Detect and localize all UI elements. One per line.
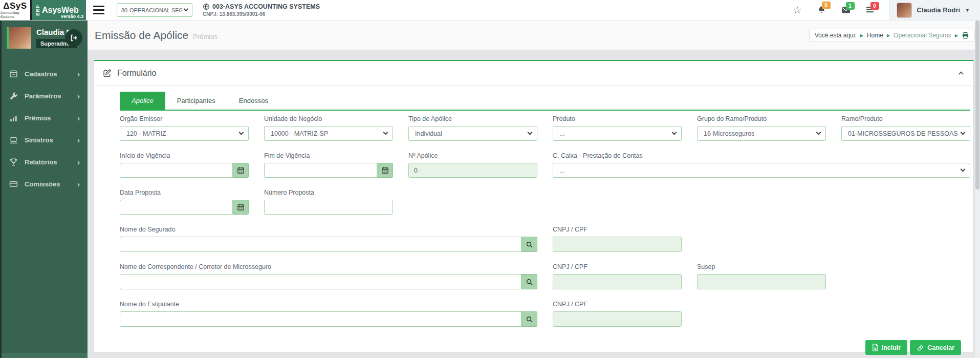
- num-apolice-input[interactable]: [408, 163, 537, 178]
- chevron-right-icon: ›: [77, 70, 80, 78]
- nome-segurado-search-button[interactable]: [521, 237, 537, 252]
- breadcrumb-arrow-icon: ▶: [955, 33, 958, 38]
- sidebar-user-photo: [7, 27, 31, 49]
- data-proposta-calendar-button[interactable]: [233, 200, 249, 215]
- cnpj-segurado-input[interactable]: [553, 237, 682, 252]
- nome-correspondente-input[interactable]: [120, 274, 521, 289]
- inicio-vigencia-input[interactable]: [120, 163, 233, 178]
- asys-logo: ΔSyS Accounting Systems: [0, 0, 32, 20]
- susep-input[interactable]: [697, 274, 826, 289]
- module-select[interactable]: 80-OPERACIONAL SEGUR: [117, 3, 192, 17]
- susep-label: Susep: [697, 263, 826, 270]
- form-panel-header: Formulário: [94, 61, 973, 86]
- cnpj-estipulante-input[interactable]: [553, 311, 682, 327]
- sidebar-item-comissoes[interactable]: Comissões ›: [2, 173, 88, 195]
- chevron-down-icon: [816, 130, 821, 135]
- orgao-emissor-value: 120 - MATRIZ: [126, 130, 166, 137]
- grupo-ramo-select[interactable]: 16-Microsseguros: [697, 126, 826, 141]
- search-icon: [526, 278, 533, 286]
- collapse-panel-button[interactable]: [957, 70, 965, 77]
- chevron-right-icon: ›: [77, 114, 80, 122]
- sidebar-item-parametros[interactable]: Parâmetros ›: [2, 85, 88, 107]
- form-panel-title: Formulário: [117, 69, 156, 78]
- calendar-icon: [381, 166, 389, 174]
- unidade-negocio-select[interactable]: 10000 - MATRIZ-SP: [264, 126, 393, 141]
- sidebar-item-relatorios[interactable]: Relatórios ›: [2, 151, 88, 173]
- search-icon: [526, 241, 533, 248]
- scrollbar-thumb[interactable]: [975, 20, 979, 189]
- grupo-ramo-label: Grupo do Ramo/Produto: [697, 115, 826, 122]
- asysweb-brand: ERP AsysWeb versão 4.3: [32, 0, 86, 20]
- nome-correspondente-label: Nome do Correspondente / Corretor de Mic…: [120, 263, 537, 270]
- sidebar-item-label: Comissões: [25, 180, 60, 188]
- form-panel: Formulário Apolice Participantes Endosso…: [94, 60, 974, 352]
- credit-card-icon: [9, 180, 18, 188]
- edit-icon: [103, 69, 112, 77]
- messages-button[interactable]: 1: [841, 6, 851, 14]
- produto-label: Produto: [553, 115, 682, 122]
- grupo-ramo-value: 16-Microsseguros: [704, 130, 754, 137]
- chevron-down-icon: [383, 130, 388, 135]
- erp-label: ERP: [35, 5, 40, 16]
- incluir-button-label: Incluir: [882, 344, 901, 351]
- nome-segurado-label: Nome do Segurado: [120, 226, 537, 233]
- logout-icon: [70, 34, 78, 42]
- breadcrumb-home-link[interactable]: Home: [867, 32, 883, 39]
- company-name: 003-ASYS ACCOUNTING SYSTEMS: [212, 3, 320, 10]
- sidebar-item-sinistros[interactable]: Sinistros ›: [2, 129, 88, 151]
- chevron-right-icon: ›: [77, 92, 80, 100]
- sidebar-item-cadastros[interactable]: Cadastros ›: [2, 63, 88, 85]
- sidebar-item-premios[interactable]: Prêmios ›: [2, 107, 88, 129]
- printer-icon[interactable]: [962, 32, 969, 39]
- sidebar-item-label: Parâmetros: [25, 92, 61, 100]
- tab-participantes[interactable]: Participantes: [165, 92, 227, 110]
- chevron-right-icon: ›: [77, 158, 80, 166]
- tab-endossos[interactable]: Endossos: [227, 92, 280, 110]
- nome-correspondente-search-button[interactable]: [521, 274, 537, 289]
- num-apolice-label: Nº Apólice: [408, 152, 537, 159]
- trophy-icon: [9, 158, 18, 166]
- numero-proposta-input[interactable]: [264, 200, 393, 215]
- incluir-button[interactable]: Incluir: [865, 340, 908, 355]
- cnpj-correspondente-input[interactable]: [553, 274, 682, 289]
- fim-vigencia-calendar-button[interactable]: [377, 163, 393, 178]
- calendar-icon: [237, 203, 245, 211]
- page-title: Emissão de Apólice: [95, 29, 188, 41]
- breadcrumb-prefix: Você está aqui:: [815, 32, 857, 39]
- tab-apolice[interactable]: Apolice: [120, 92, 165, 110]
- ramo-produto-value: 01-MICROSSEGUROS DE PESSOAS: [848, 130, 958, 137]
- tasks-badge: 0: [870, 2, 879, 10]
- cnpj-segurado-label: CNPJ / CPF: [553, 226, 682, 233]
- inicio-vigencia-calendar-button[interactable]: [233, 163, 249, 178]
- data-proposta-input[interactable]: [120, 200, 233, 215]
- logout-button[interactable]: [65, 29, 82, 47]
- ramo-produto-select[interactable]: 01-MICROSSEGUROS DE PESSOAS: [841, 126, 970, 141]
- c-caixa-value: ...: [559, 167, 564, 174]
- produto-select[interactable]: ...: [553, 126, 682, 141]
- user-menu[interactable]: Claudia Rodri ▼: [889, 0, 980, 20]
- favorite-button[interactable]: ☆: [793, 5, 802, 15]
- cancelar-button[interactable]: Cancelar: [910, 340, 961, 355]
- page-subtitle: Prêmios: [193, 30, 217, 40]
- c-caixa-select[interactable]: ...: [553, 163, 970, 178]
- nome-segurado-input[interactable]: [120, 237, 521, 252]
- tipo-apolice-select[interactable]: Individual: [408, 126, 537, 141]
- chevron-down-icon: [184, 7, 189, 12]
- notifications-button[interactable]: 0: [817, 6, 826, 14]
- chevron-up-icon: [957, 70, 965, 77]
- tasks-button[interactable]: 0: [866, 6, 875, 14]
- fim-vigencia-label: Fim de Vigência: [264, 152, 393, 159]
- vertical-scrollbar[interactable]: [975, 20, 980, 358]
- company-cnpj: CNPJ: 13.863.395/0001-06: [203, 11, 320, 17]
- orgao-emissor-select[interactable]: 120 - MATRIZ: [120, 126, 249, 141]
- chevron-down-icon: [961, 167, 966, 172]
- breadcrumb-section-link[interactable]: Operacional Seguros: [894, 32, 951, 39]
- fim-vigencia-input[interactable]: [264, 163, 377, 178]
- wrench-icon: [9, 92, 18, 100]
- bar-chart-icon: [9, 114, 18, 122]
- tipo-apolice-label: Tipo de Apólice: [408, 115, 537, 122]
- nome-estipulante-input[interactable]: [120, 311, 521, 327]
- sidebar-toggle-button[interactable]: [93, 6, 104, 14]
- chevron-down-icon: [961, 130, 966, 135]
- nome-estipulante-search-button[interactable]: [521, 311, 537, 327]
